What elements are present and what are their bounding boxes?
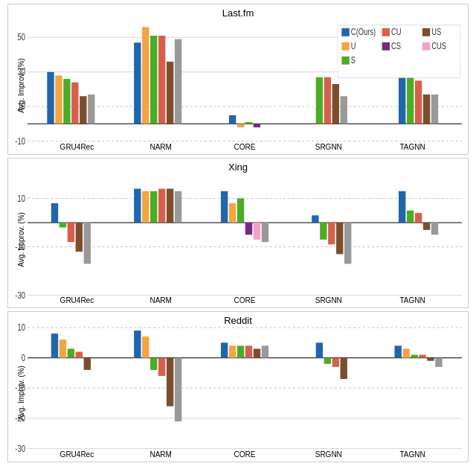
svg-rect-18 xyxy=(158,36,165,124)
svg-rect-99 xyxy=(134,331,141,358)
svg-rect-81 xyxy=(423,223,430,230)
svg-text:-10: -10 xyxy=(15,383,25,393)
x-label-GRU4Rec: GRU4Rec xyxy=(35,143,119,151)
svg-rect-97 xyxy=(76,352,83,358)
svg-rect-70 xyxy=(245,223,252,234)
svg-text:C(Ours): C(Ours) xyxy=(351,27,376,36)
svg-rect-74 xyxy=(320,223,327,240)
svg-rect-10 xyxy=(55,75,62,124)
chart-title-reddit: Reddit xyxy=(14,315,462,326)
svg-rect-95 xyxy=(60,340,66,358)
svg-rect-32 xyxy=(423,95,430,124)
svg-rect-101 xyxy=(150,358,157,370)
svg-rect-80 xyxy=(415,213,422,223)
svg-text:10: 10 xyxy=(17,193,25,202)
svg-rect-17 xyxy=(150,36,157,124)
svg-rect-65 xyxy=(167,188,173,223)
x-label-GRU4Rec: GRU4Rec xyxy=(35,296,119,304)
svg-rect-115 xyxy=(395,346,402,358)
svg-text:-30: -30 xyxy=(15,290,25,299)
svg-text:30: 30 xyxy=(17,67,25,77)
svg-rect-116 xyxy=(402,349,409,358)
svg-rect-112 xyxy=(324,358,331,364)
chart-panel-reddit: RedditAvg. Improv. (%)-30-20-10010GRU4Re… xyxy=(7,311,469,462)
svg-rect-47 xyxy=(341,57,349,65)
svg-text:S: S xyxy=(351,55,356,65)
svg-rect-16 xyxy=(142,27,149,124)
svg-rect-118 xyxy=(419,355,425,358)
svg-rect-12 xyxy=(71,83,78,124)
svg-rect-73 xyxy=(312,215,318,223)
svg-rect-20 xyxy=(175,39,181,124)
svg-rect-22 xyxy=(237,124,244,127)
svg-text:-20: -20 xyxy=(15,413,25,423)
svg-rect-33 xyxy=(431,95,438,124)
x-label-TAGNN: TAGNN xyxy=(370,450,454,459)
svg-rect-82 xyxy=(431,223,438,234)
svg-rect-108 xyxy=(245,346,252,358)
svg-rect-105 xyxy=(221,343,228,358)
svg-text:CU: CU xyxy=(391,27,402,36)
svg-text:-10: -10 xyxy=(15,136,25,146)
x-label-CORE: CORE xyxy=(203,450,287,459)
svg-rect-75 xyxy=(328,223,335,244)
x-label-NARM: NARM xyxy=(119,450,203,459)
x-labels-reddit: GRU4RecNARMCORESRGNNTAGNN xyxy=(28,450,462,459)
svg-text:CS: CS xyxy=(391,41,401,51)
x-label-NARM: NARM xyxy=(119,143,203,151)
svg-rect-111 xyxy=(316,343,323,358)
svg-rect-9 xyxy=(47,72,54,124)
svg-text:-30: -30 xyxy=(15,444,25,453)
svg-rect-113 xyxy=(332,358,339,367)
svg-rect-62 xyxy=(142,191,149,222)
svg-rect-63 xyxy=(150,191,157,222)
svg-rect-110 xyxy=(262,346,268,358)
svg-rect-98 xyxy=(84,358,91,370)
svg-rect-71 xyxy=(254,223,260,240)
svg-rect-14 xyxy=(88,95,94,124)
svg-rect-11 xyxy=(63,79,70,124)
chart-inner-reddit: -30-20-10010GRU4RecNARMCORESRGNNTAGNN xyxy=(28,328,462,459)
svg-rect-79 xyxy=(407,210,414,222)
svg-rect-102 xyxy=(158,358,165,376)
y-axis-label-reddit: Avg. Improv. (%) xyxy=(14,328,28,459)
svg-rect-58 xyxy=(68,223,74,242)
svg-rect-94 xyxy=(51,333,58,358)
bars-grid-reddit: -30-20-10010 xyxy=(28,328,462,449)
svg-rect-41 xyxy=(341,42,349,51)
svg-rect-117 xyxy=(411,355,417,358)
svg-rect-56 xyxy=(51,203,58,223)
svg-rect-21 xyxy=(229,115,236,124)
svg-rect-78 xyxy=(399,191,405,222)
svg-rect-31 xyxy=(415,80,422,124)
svg-rect-76 xyxy=(336,223,343,254)
chart-area-lastfm: Avg. Improv. (%)-10103050C(Ours)CUUSUCSC… xyxy=(14,20,462,151)
x-labels-xing: GRU4RecNARMCORESRGNNTAGNN xyxy=(28,296,462,304)
x-label-CORE: CORE xyxy=(203,143,287,151)
svg-rect-77 xyxy=(344,223,351,264)
svg-text:US: US xyxy=(431,27,441,36)
svg-text:CUS: CUS xyxy=(431,41,446,51)
charts-container: Last.fmAvg. Improv. (%)-10103050C(Ours)C… xyxy=(0,0,476,466)
x-label-SRGNN: SRGNN xyxy=(286,143,370,151)
bars-grid-lastfm: -10103050C(Ours)CUUSUCSCUSS xyxy=(28,20,462,141)
svg-rect-103 xyxy=(167,358,173,406)
svg-text:-10: -10 xyxy=(15,241,25,251)
chart-svg-reddit: -30-20-10010 xyxy=(28,328,462,449)
svg-text:10: 10 xyxy=(17,101,25,111)
svg-rect-120 xyxy=(435,358,442,367)
x-label-TAGNN: TAGNN xyxy=(370,143,454,151)
chart-area-reddit: Avg. Improv. (%)-30-20-10010GRU4RecNARMC… xyxy=(14,328,462,459)
svg-rect-25 xyxy=(316,77,323,124)
x-label-TAGNN: TAGNN xyxy=(370,296,454,304)
svg-rect-43 xyxy=(382,42,390,51)
x-labels-lastfm: GRU4RecNARMCORESRGNNTAGNN xyxy=(28,143,462,151)
svg-rect-104 xyxy=(175,358,181,421)
svg-rect-23 xyxy=(245,122,252,124)
svg-text:U: U xyxy=(351,41,356,51)
svg-rect-39 xyxy=(422,28,430,36)
svg-rect-37 xyxy=(382,28,390,36)
svg-rect-59 xyxy=(76,223,83,252)
svg-rect-69 xyxy=(237,198,244,223)
x-label-GRU4Rec: GRU4Rec xyxy=(35,450,119,459)
